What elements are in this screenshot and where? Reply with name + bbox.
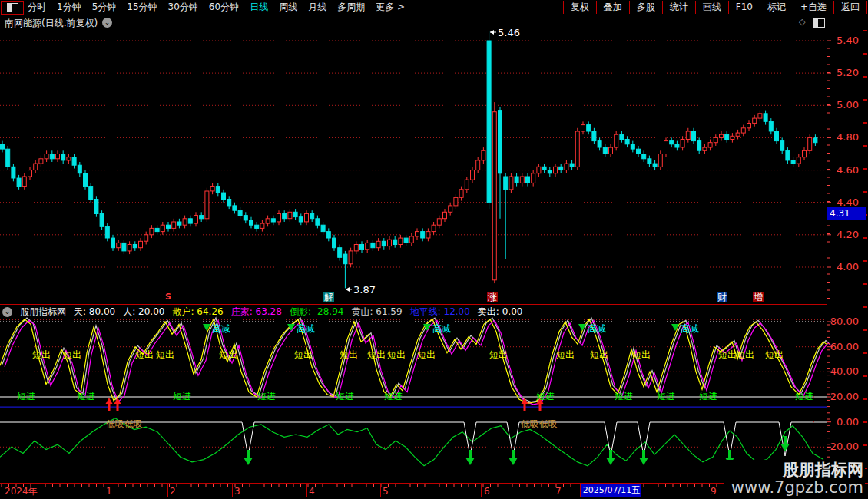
svg-text:2: 2	[170, 486, 176, 497]
indicator-field: 天: 80.00	[74, 306, 115, 319]
svg-text:短出: 短出	[219, 349, 237, 360]
period-tab[interactable]: 1分钟	[57, 1, 81, 14]
svg-text:5.20: 5.20	[837, 67, 859, 78]
svg-text:40.00: 40.00	[830, 365, 859, 377]
window-layout-button[interactable]	[1, 1, 24, 15]
indicator-field: 黄山: 61.59	[351, 306, 402, 319]
indicator-header[interactable]: ⌄ 股朋指标网 天: 80.00人: 20.00散户: 64.26庄家: 63.…	[0, 306, 825, 319]
event-badge: 涨	[487, 292, 498, 302]
svg-text:5.00: 5.00	[837, 99, 859, 111]
svg-text:1: 1	[106, 486, 112, 497]
svg-text:短进: 短进	[17, 391, 35, 402]
svg-text:短进: 短进	[615, 391, 633, 402]
toolbar-button[interactable]: 统计	[662, 1, 695, 14]
period-tab[interactable]: 30分钟	[168, 1, 198, 14]
svg-text:短出: 短出	[417, 349, 436, 360]
svg-text:4.00: 4.00	[837, 261, 859, 273]
indicator-field: 庄家: 63.28	[231, 306, 282, 319]
svg-text:短进: 短进	[795, 391, 813, 402]
svg-text:9: 9	[711, 486, 717, 497]
chevron-down-icon[interactable]: ⌄	[102, 18, 112, 28]
svg-text:3.87: 3.87	[353, 284, 376, 296]
svg-text:-20.00: -20.00	[827, 441, 859, 452]
diamond-icon[interactable]: ◇	[799, 17, 805, 27]
indicator-field: 卖出: 0.00	[478, 306, 523, 319]
svg-text:高减: 高减	[297, 323, 315, 334]
period-tab[interactable]: 60分钟	[209, 1, 239, 14]
y-axis[interactable]: 5.405.205.004.804.604.404.204.0080.0060.…	[813, 35, 859, 476]
svg-text:短出: 短出	[156, 349, 174, 360]
svg-text:短出: 短出	[387, 349, 406, 360]
svg-text:短出: 短出	[294, 349, 313, 360]
svg-text:短进: 短进	[536, 391, 555, 402]
svg-text:0.00: 0.00	[837, 416, 859, 428]
stock-title: 南网能源(日线.前复权)	[5, 17, 98, 30]
event-badge: 增	[753, 292, 764, 302]
toolbar-actions: 复权叠加多股统计画线F10标记+自选返回	[563, 0, 867, 15]
watermark-url: www.7gpzb.com	[731, 479, 863, 497]
svg-text:短出: 短出	[135, 349, 154, 360]
toolbar-button[interactable]: F10	[728, 1, 760, 14]
svg-text:5: 5	[383, 486, 389, 497]
svg-text:20.00: 20.00	[830, 391, 859, 402]
period-tab[interactable]: 多周期	[337, 1, 365, 14]
period-tab[interactable]: 周线	[279, 1, 297, 14]
indicator-field: 散户: 64.26	[172, 306, 223, 319]
svg-text:短进: 短进	[173, 391, 191, 402]
svg-text:3: 3	[234, 486, 240, 497]
svg-text:短出: 短出	[765, 349, 784, 360]
watermark-site-name: 股朋指标网	[731, 461, 863, 479]
current-date-badge: 2025/07/11五	[581, 484, 641, 497]
split-window-icon[interactable]	[813, 18, 825, 28]
svg-text:短出: 短出	[736, 349, 754, 360]
toolbar-button[interactable]: +自选	[793, 1, 833, 14]
chevron-down-icon[interactable]: ⌄	[2, 307, 12, 317]
svg-text:4.80: 4.80	[837, 131, 859, 143]
split-window-icon	[7, 3, 18, 12]
svg-text:短进: 短进	[384, 391, 403, 402]
chart-canvas: 5.463.87 短出短出短出短出短出短出短出短出短出短出短出短出短出短出短出短…	[0, 0, 868, 499]
period-tab[interactable]: 5分钟	[92, 1, 117, 14]
event-badge: 解	[323, 292, 334, 302]
svg-text:短出: 短出	[590, 349, 608, 360]
svg-text:低吸低吸: 低吸低吸	[521, 418, 558, 429]
svg-text:6: 6	[484, 486, 490, 497]
svg-text:4: 4	[309, 486, 315, 497]
toolbar-button[interactable]: 返回	[833, 1, 867, 14]
svg-text:低吸低吸: 低吸低吸	[106, 418, 143, 429]
svg-text:短进: 短进	[257, 391, 276, 402]
event-badge: 财	[717, 292, 727, 302]
toolbar-button[interactable]: 复权	[563, 1, 596, 14]
event-badge: S	[164, 292, 172, 302]
period-tab[interactable]: 分时	[28, 1, 46, 14]
indicator-field: 人: 20.00	[123, 306, 164, 319]
x-axis[interactable]: 2024年12345679	[2, 484, 827, 497]
period-tab[interactable]: 15分钟	[127, 1, 157, 14]
period-toolbar: 分时1分钟5分钟15分钟30分钟60分钟日线周线月线多周期更多 > 复权叠加多股…	[0, 0, 868, 15]
svg-text:短进: 短进	[336, 391, 354, 402]
svg-text:5.40: 5.40	[837, 35, 859, 46]
app-window: 5.463.87 短出短出短出短出短出短出短出短出短出短出短出短出短出短出短出短…	[0, 0, 868, 499]
svg-text:80.00: 80.00	[830, 316, 859, 327]
svg-text:7: 7	[555, 486, 562, 497]
chart-title-bar: 南网能源(日线.前复权) ⌄ ◇	[0, 15, 868, 29]
period-tab[interactable]: 日线	[250, 1, 268, 14]
svg-text:短出: 短出	[556, 349, 575, 360]
toolbar-button[interactable]: 多股	[629, 1, 662, 14]
toolbar-button[interactable]: 叠加	[596, 1, 629, 14]
current-price-badge: 4.31	[827, 207, 866, 220]
svg-text:4.20: 4.20	[837, 229, 859, 240]
price-gridlines	[0, 41, 827, 267]
svg-text:短进: 短进	[699, 391, 717, 402]
toolbar-button[interactable]: 画线	[695, 1, 728, 14]
svg-text:短出: 短出	[32, 349, 51, 360]
period-tab[interactable]: 月线	[308, 1, 326, 14]
svg-text:4.60: 4.60	[837, 164, 859, 176]
period-tab[interactable]: 更多 >	[376, 1, 405, 14]
svg-text:2024年: 2024年	[5, 486, 38, 497]
svg-text:短出: 短出	[63, 349, 81, 360]
toolbar-button[interactable]: 标记	[760, 1, 793, 14]
svg-text:短进: 短进	[657, 391, 675, 402]
period-tabs: 分时1分钟5分钟15分钟30分钟60分钟日线周线月线多周期更多 >	[28, 0, 405, 15]
watermark: 股朋指标网 www.7gpzb.com	[724, 460, 865, 497]
